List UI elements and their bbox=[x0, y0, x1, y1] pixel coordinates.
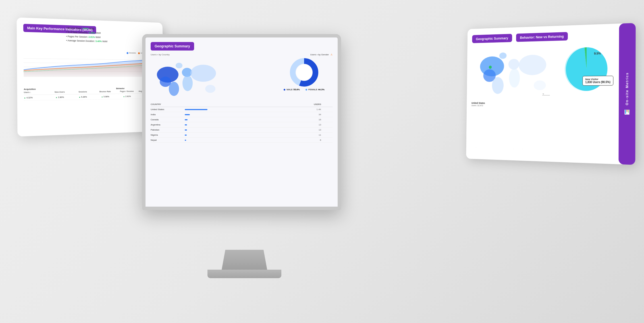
pie-chart: 9.5% New Visitor 1,830 Users (90.5%) bbox=[563, 44, 611, 94]
male-dot bbox=[284, 89, 285, 91]
pie-svg: 9.5% bbox=[563, 44, 611, 94]
country-row-canada: Canada 16 bbox=[151, 117, 333, 122]
country-table: COUNTRY USERS United States 1.4K India 3… bbox=[151, 103, 333, 143]
female-text: FEMALE 44.3% bbox=[308, 88, 325, 91]
monitor-screen: Geographic Summary Users • by Country bbox=[142, 34, 341, 210]
svg-point-8 bbox=[182, 75, 193, 91]
bar-india-fill bbox=[185, 114, 190, 115]
bar-us bbox=[185, 109, 313, 110]
gender-filter-label: Users • by Gender ⚠ bbox=[310, 53, 333, 56]
users-argentina: 13 bbox=[313, 123, 321, 126]
pages-value: 2.81% bbox=[88, 35, 95, 38]
pie-tooltip: New Visitor 1,830 Users (90.5%) bbox=[582, 76, 613, 86]
country-us: United States bbox=[151, 108, 185, 111]
bar-canada bbox=[185, 119, 313, 120]
cell-users: ▲ 4.32% bbox=[24, 96, 48, 99]
country-canada: Canada bbox=[151, 118, 185, 121]
map-side: Users • by Country bbox=[151, 53, 272, 100]
male-text: MALE 55.8% bbox=[286, 88, 300, 91]
svg-point-5 bbox=[160, 77, 171, 87]
col-users: Users ↓ bbox=[24, 91, 48, 94]
bar-nepal bbox=[185, 140, 313, 141]
bar-argentina bbox=[185, 124, 313, 125]
cell-sessions: ▲ 5.36% bbox=[71, 96, 94, 98]
svg-point-6 bbox=[169, 82, 179, 96]
warning-icon: ⚠ bbox=[331, 53, 333, 56]
screen-top-section: Users • by Country bbox=[151, 53, 333, 100]
bar-us-fill bbox=[185, 109, 207, 110]
svg-point-19 bbox=[508, 59, 519, 70]
cell-pages: ▲ 2.81% bbox=[116, 95, 138, 98]
country-pakistan: Pakistan bbox=[151, 129, 185, 131]
country-argentina: Argentina bbox=[151, 123, 185, 126]
right-card-header: Geographic Summary Behavior: New vs Retu… bbox=[472, 30, 614, 43]
country-india: India bbox=[151, 113, 185, 116]
right-content: N United States Users: 32,472 bbox=[471, 44, 614, 108]
svg-point-9 bbox=[190, 65, 216, 82]
bar-pakistan bbox=[185, 129, 313, 131]
country-nigeria: Nigeria bbox=[151, 134, 185, 136]
bar-canada-fill bbox=[185, 119, 188, 120]
svg-text:9.5%: 9.5% bbox=[594, 52, 601, 55]
right-main-content: Geographic Summary Behavior: New vs Retu… bbox=[466, 24, 619, 164]
chart-icon: 📊 bbox=[624, 109, 630, 115]
users-by-country-label: Users • by Country bbox=[151, 53, 272, 56]
monitor-neck bbox=[222, 250, 267, 270]
tooltip-label: New Visitor bbox=[585, 78, 610, 81]
gender-side: Users • by Gender ⚠ MALE 55.8% bbox=[276, 53, 333, 91]
bar-argentina-fill bbox=[185, 124, 187, 125]
right-geo-badge: Geographic Summary bbox=[472, 34, 512, 43]
table-data-row: ▲ 4.32% ▲ 2.80% ▲ 5.36% ▲ 5.98% ▲ 2.81% … bbox=[24, 94, 159, 101]
country-row-nigeria: Nigeria 11 bbox=[151, 133, 333, 138]
tooltip-value: 1,830 Users (90.5%) bbox=[585, 81, 610, 84]
country-row-nepal: Nepal 8 bbox=[151, 138, 333, 143]
svg-point-22 bbox=[534, 80, 546, 90]
right-map-svg: N bbox=[471, 45, 555, 99]
duration-value: 3.40% bbox=[95, 40, 102, 43]
bounce-value: 5.98% bbox=[82, 27, 89, 30]
svg-point-17 bbox=[499, 53, 507, 59]
col-users-header: USERS bbox=[314, 103, 321, 106]
world-map bbox=[151, 58, 225, 100]
male-label: MALE 55.8% bbox=[284, 88, 300, 91]
svg-point-11 bbox=[176, 63, 182, 68]
screen-content: Geographic Summary Users • by Country bbox=[146, 37, 338, 207]
cell-new-users: ▲ 2.80% bbox=[48, 96, 71, 99]
country-row-us: United States 1.4K bbox=[151, 107, 333, 112]
bar-pakistan-fill bbox=[185, 129, 187, 131]
gender-labels: MALE 55.8% FEMALE 44.3% bbox=[284, 88, 325, 91]
behavior-badge: Behavior: New vs Returning bbox=[516, 32, 568, 42]
col-country-header: COUNTRY bbox=[151, 103, 161, 106]
world-map-svg bbox=[151, 58, 225, 100]
users-nepal: 8 bbox=[313, 139, 321, 141]
monitor-wrapper: Geographic Summary Users • by Country bbox=[142, 34, 347, 290]
legend-item-1: Sessions bbox=[127, 52, 136, 54]
col-bounce: Bounce Rate bbox=[94, 90, 116, 93]
svg-point-10 bbox=[205, 85, 215, 93]
bar-india bbox=[185, 114, 313, 115]
country-nepal: Nepal bbox=[151, 139, 185, 141]
users-pakistan: 13 bbox=[313, 129, 321, 131]
svg-line-0 bbox=[24, 58, 158, 60]
users-canada: 16 bbox=[313, 118, 321, 121]
col-sessions: Sessions bbox=[71, 91, 94, 93]
bar-nigeria-fill bbox=[185, 135, 187, 136]
country-row-india: India 34 bbox=[151, 112, 333, 117]
monitor-base bbox=[207, 270, 281, 278]
svg-point-14 bbox=[296, 64, 312, 80]
kpi-line-chart bbox=[24, 53, 158, 79]
svg-point-20 bbox=[509, 68, 520, 88]
country-row-pakistan: Pakistan 13 bbox=[151, 127, 333, 133]
kpi-chart-area: Sessions Users New Users bbox=[24, 50, 158, 84]
center-geo-title: Geographic Summary bbox=[151, 42, 194, 51]
col-pages: Pages / Session bbox=[116, 90, 138, 93]
right-world-map: N United States Users: 32,472 bbox=[471, 45, 555, 107]
kpi-table: Acquisition Behavior Users ↓ New Users S… bbox=[24, 87, 159, 101]
female-label: FEMALE 44.3% bbox=[306, 88, 325, 91]
bar-nigeria bbox=[185, 135, 313, 136]
right-sidebar-tab: 📊 On-site Metrics bbox=[618, 23, 635, 165]
users-us: 1.4K bbox=[313, 108, 321, 111]
us-label: United States Users: 32,472 bbox=[471, 102, 555, 107]
female-dot bbox=[306, 89, 307, 91]
country-row-argentina: Argentina 13 bbox=[151, 122, 333, 127]
